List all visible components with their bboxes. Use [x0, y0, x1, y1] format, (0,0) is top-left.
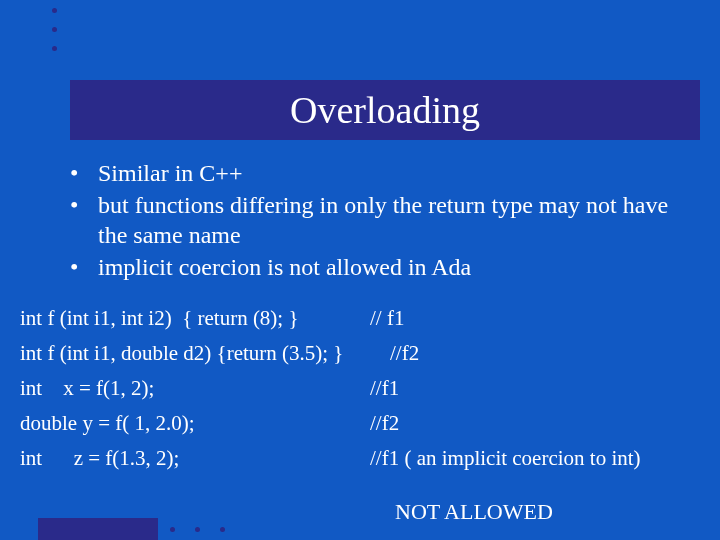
code-line: int x = f(1, 2); //f1 — [20, 378, 705, 399]
code-comment: // f1 — [370, 308, 705, 329]
code-line: int f (int i1, int i2) { return (8); } /… — [20, 308, 705, 329]
code-comment: //f1 ( an implicit coercion to int) — [370, 448, 705, 469]
title-bar: Overloading — [70, 80, 700, 140]
code-comment: //f1 — [370, 378, 705, 399]
bullet-list: •Similar in C++ •but functions differing… — [70, 158, 690, 284]
code-line: int f (int i1, double d2) {return (3.5);… — [20, 343, 705, 364]
code-comment: //f2 — [370, 413, 705, 434]
code-left: int z = f(1.3, 2); — [20, 448, 370, 469]
code-line: double y = f( 1, 2.0); //f2 — [20, 413, 705, 434]
decor-dots-bottom — [170, 527, 225, 532]
code-block: int f (int i1, int i2) { return (8); } /… — [20, 308, 705, 483]
code-left: int f (int i1, double d2) {return (3.5);… — [20, 343, 390, 364]
decor-dots-top — [52, 8, 57, 51]
bullet-text: but functions differing in only the retu… — [98, 190, 690, 250]
code-comment: //f2 — [390, 343, 705, 364]
code-left: int x = f(1, 2); — [20, 378, 370, 399]
code-line: int z = f(1.3, 2); //f1 ( an implicit co… — [20, 448, 705, 469]
bullet-text: implicit coercion is not allowed in Ada — [98, 252, 471, 282]
slide-title: Overloading — [290, 88, 480, 132]
bullet-item: •Similar in C++ — [70, 158, 690, 188]
decor-accent-bottom — [38, 518, 158, 540]
not-allowed-text: NOT ALLOWED — [395, 499, 553, 525]
bullet-item: •but functions differing in only the ret… — [70, 190, 690, 250]
code-left: int f (int i1, int i2) { return (8); } — [20, 308, 370, 329]
code-left: double y = f( 1, 2.0); — [20, 413, 370, 434]
bullet-text: Similar in C++ — [98, 158, 242, 188]
bullet-item: •implicit coercion is not allowed in Ada — [70, 252, 690, 282]
